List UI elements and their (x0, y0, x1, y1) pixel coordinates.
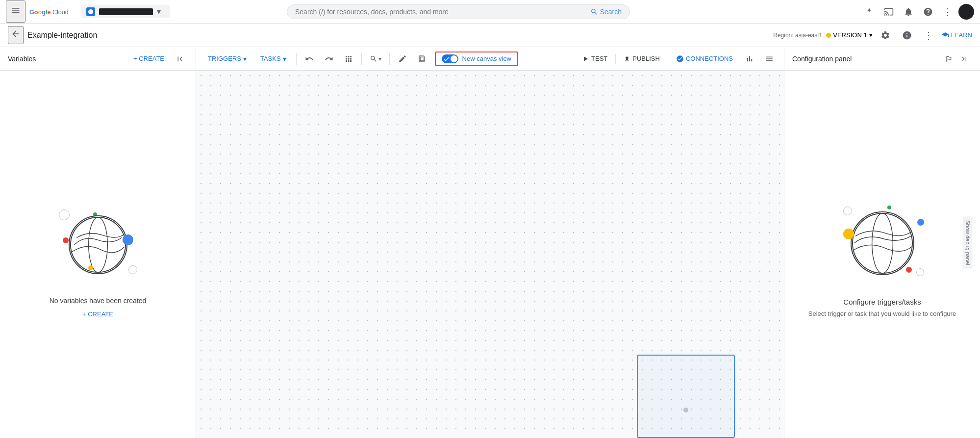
test-publish-bar: TEST PUBLISH CONNECTIONS (576, 50, 778, 68)
globe-circle (69, 215, 127, 274)
search-bar[interactable]: Search (287, 4, 630, 19)
canvas-node-element[interactable] (637, 355, 735, 438)
learn-button[interactable]: LEARN (941, 31, 972, 39)
new-canvas-label: New canvas view (462, 55, 511, 62)
svg-text:Google
         Cloud: Google Cloud (29, 8, 69, 15)
variables-empty-state: No variables have been created + CREATE (0, 71, 196, 438)
more-options-button[interactable]: ⋮ (939, 3, 956, 21)
variables-title: Variables (8, 55, 126, 63)
connect-nodes-button[interactable] (340, 50, 357, 68)
canvas-content[interactable] (196, 71, 784, 438)
svg-point-5 (872, 213, 893, 273)
divider-2 (668, 54, 668, 64)
show-debug-panel-tab[interactable]: Show debug panel (962, 216, 972, 269)
empty-state-text: No variables have been created (50, 297, 147, 305)
variables-panel-header: Variables + CREATE (0, 47, 196, 71)
config-panel-header: Configuration panel (784, 47, 980, 71)
toggle-switch[interactable] (442, 54, 458, 63)
collapse-config-button[interactable] (956, 51, 972, 67)
config-yellow-dot (843, 229, 854, 239)
version-status-dot (826, 33, 831, 38)
cast-button[interactable] (880, 3, 898, 21)
svg-rect-3 (420, 57, 424, 61)
toolbar-divider-1 (296, 53, 297, 65)
version-button[interactable]: VERSION 1 ▾ (826, 31, 872, 39)
config-green-dot (887, 206, 891, 209)
connections-button[interactable]: CONNECTIONS (670, 53, 739, 65)
undo-button[interactable] (301, 50, 318, 68)
create-variable-button[interactable]: + CREATE (82, 310, 113, 318)
zoom-button[interactable]: ▾ (366, 53, 385, 65)
help-button[interactable] (919, 3, 937, 21)
user-avatar[interactable] (958, 4, 974, 20)
notifications-button[interactable] (900, 3, 917, 21)
test-button[interactable]: TEST (576, 53, 613, 65)
outline-dot-1 (59, 209, 70, 220)
region-badge: Region: asia-east1 (773, 32, 822, 39)
new-canvas-view-toggle[interactable]: New canvas view (435, 52, 518, 66)
svg-point-4 (852, 213, 912, 273)
variables-create-button[interactable]: + CREATE (129, 52, 168, 65)
collapse-panel-button[interactable] (172, 51, 188, 67)
red-dot (63, 237, 69, 243)
canvas-node-handle (683, 408, 688, 412)
top-nav: Google Cloud ▾ Search (0, 0, 980, 24)
search-input[interactable] (295, 8, 586, 16)
triggers-button[interactable]: TRIGGERS ▾ (202, 52, 252, 66)
config-outline-dot-1 (843, 206, 852, 215)
svg-point-2 (88, 217, 107, 272)
sub-nav: Example-integration Region: asia-east1 V… (0, 24, 980, 47)
toolbar-divider-2 (361, 53, 362, 65)
config-outline-dot-2 (916, 268, 924, 276)
canvas-menu-button[interactable] (760, 50, 778, 68)
analytics-button[interactable] (741, 50, 758, 68)
tasks-button[interactable]: TASKS ▾ (254, 52, 292, 66)
config-globe-circle (851, 211, 914, 275)
publish-button[interactable]: PUBLISH (618, 53, 666, 64)
config-red-dot (906, 267, 912, 273)
main-layout: Variables + CREATE (0, 47, 980, 438)
page-title: Example-integration (27, 31, 769, 40)
divider (615, 54, 616, 64)
config-panel-subtext: Select trigger or task that you would li… (808, 310, 956, 317)
empty-illustration (49, 191, 147, 289)
config-panel-heading: Configure triggers/tasks (843, 298, 921, 306)
yellow-dot (88, 265, 93, 270)
info-button[interactable] (898, 26, 916, 44)
project-selector[interactable]: ▾ (81, 5, 170, 18)
canvas-view-toggle-button[interactable] (413, 50, 431, 68)
redo-button[interactable] (320, 50, 338, 68)
canvas-area: TRIGGERS ▾ TASKS ▾ (196, 47, 784, 438)
config-illustration (833, 192, 931, 290)
toolbar-divider-3 (389, 53, 390, 65)
config-panel-content: Configure triggers/tasks Select trigger … (784, 71, 980, 438)
edit-button[interactable] (394, 50, 411, 68)
menu-icon[interactable] (6, 0, 25, 23)
nav-icons: ⋮ (860, 3, 974, 21)
settings-button[interactable] (877, 26, 894, 44)
gemini-button[interactable] (860, 3, 878, 21)
canvas-toolbar: TRIGGERS ▾ TASKS ▾ (196, 47, 784, 71)
pin-panel-button[interactable] (941, 51, 956, 67)
config-panel-title: Configuration panel (792, 55, 941, 63)
outline-dot-2 (128, 265, 137, 274)
config-panel: Configuration panel (784, 47, 980, 438)
config-blue-dot (917, 219, 924, 226)
blue-dot (123, 234, 133, 245)
svg-point-1 (70, 217, 125, 272)
google-cloud-logo: Google Cloud (29, 7, 74, 17)
variables-panel: Variables + CREATE (0, 47, 196, 438)
back-button[interactable] (8, 26, 24, 44)
sub-nav-more-button[interactable]: ⋮ (920, 26, 937, 44)
search-button[interactable]: Search (590, 8, 622, 16)
